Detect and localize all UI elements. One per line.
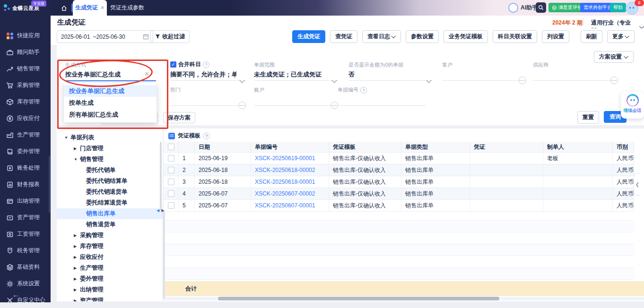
bill-link[interactable]: XSCK-20250618-00002 <box>251 164 329 176</box>
tree-caret-icon[interactable]: ▶ <box>74 277 80 281</box>
row-checkbox[interactable] <box>168 179 174 185</box>
tree-item-16[interactable]: ▶资产管理 <box>57 295 163 301</box>
tree-caret-icon[interactable]: ▶ <box>74 233 80 238</box>
help-icon[interactable]: ? <box>360 87 367 94</box>
sidebar-item-17[interactable]: 自定义中心 <box>0 292 51 308</box>
tree-scrollbar[interactable] <box>160 142 162 210</box>
lookup-icon[interactable]: ⋯ <box>238 102 246 109</box>
tree-item-10[interactable]: ▶采购管理 <box>57 230 163 241</box>
tree-item-6[interactable]: 委托代销退货单 <box>57 187 163 197</box>
scrollbar-thumb[interactable] <box>218 297 499 300</box>
ai-assistant-button[interactable]: AI助手 <box>508 3 538 13</box>
field-department[interactable]: 部门 ⋯ <box>170 86 246 106</box>
action-button-9[interactable]: 更多 <box>607 30 635 43</box>
action-button-2[interactable]: 查凭证 <box>330 30 357 43</box>
period-label[interactable]: 2024年 2 期 <box>552 19 583 27</box>
field-merge-subject[interactable]: ✓ 合并科目 ? 摘要不同，允许合并；单价不同 <box>170 60 246 81</box>
tree-item-9[interactable]: 销售退货单 <box>57 219 163 230</box>
sidebar-item-13[interactable]: 工资管理 <box>0 226 51 242</box>
bill-link[interactable]: XSCK-20250618-00001 <box>251 176 329 188</box>
collapse-filter-button[interactable]: 收起过滤 <box>150 30 190 43</box>
table-header-cell[interactable]: 单据编号 <box>251 142 329 152</box>
sidebar-item-4[interactable]: 采购管理 <box>0 77 51 94</box>
table-header-cell[interactable]: 币别 <box>613 142 634 152</box>
row-checkbox[interactable] <box>168 190 174 197</box>
tab-voucher-params[interactable]: 凭证生成参数 <box>110 0 144 16</box>
table-row[interactable]: 42025-06-07XSCK-20250607-00002销售出库-仅确认收入… <box>164 188 634 200</box>
tree-item-5[interactable]: 委托代销结算单 <box>57 176 163 187</box>
tree-caret-icon[interactable]: ▶ <box>74 255 80 259</box>
tree-item-15[interactable]: ▶出纳管理 <box>57 284 163 295</box>
action-button-4[interactable]: 参数设置 <box>406 30 439 43</box>
tab-close-icon[interactable]: ✕ <box>100 5 104 11</box>
sidebar-item-5[interactable]: 库存管理 <box>0 94 51 110</box>
table-header-cell[interactable]: 单据类型 <box>401 142 470 152</box>
splitter-arrows-icon[interactable]: ◀▶ <box>157 208 164 213</box>
save-scheme-button[interactable]: 保存方案 <box>163 112 195 123</box>
checkbox-checked-icon[interactable]: ✓ <box>170 61 176 68</box>
sidebar-item-16[interactable]: 系统设置 <box>0 275 51 292</box>
action-button-8[interactable]: 刷新 <box>581 30 602 43</box>
row-checkbox[interactable] <box>168 202 174 209</box>
action-button-5[interactable]: 业务凭证模板 <box>444 30 488 43</box>
sidebar-item-3[interactable]: 销售管理 <box>0 60 51 77</box>
action-button-7[interactable]: 列设置 <box>542 30 569 43</box>
sidebar-scrollbar[interactable] <box>49 156 50 213</box>
continue-chat-card[interactable]: 继续会话 <box>621 92 644 119</box>
sidebar-item-11[interactable]: 出纳管理 <box>0 193 51 209</box>
tree-item-14[interactable]: ▶委外管理 <box>57 274 163 284</box>
field-show-zero[interactable]: 是否显示金额为0的单据 否 <box>348 61 433 81</box>
tree-item-1[interactable]: ▼单据列表 <box>57 132 163 143</box>
help-button[interactable]: 帮助 <box>610 3 626 12</box>
action-button-6[interactable]: 科目关联设置 <box>493 30 537 43</box>
sidebar-item-15[interactable]: 基础资料 <box>0 259 51 275</box>
lookup-icon[interactable]: ⋯ <box>519 77 526 84</box>
field-supplier[interactable]: 供应商 ⋯ <box>533 61 618 81</box>
search-button[interactable] <box>536 2 546 13</box>
sidebar-item-14[interactable]: 税务管理 <box>0 242 51 259</box>
reset-button[interactable]: 重置 <box>577 111 599 124</box>
tree-item-13[interactable]: ▶生产管理 <box>57 263 163 274</box>
sidebar-item-10[interactable]: 财务报表 <box>0 176 51 193</box>
row-checkbox[interactable] <box>168 167 174 173</box>
help-icon[interactable]: ? <box>203 61 209 68</box>
tree-item-3[interactable]: ▼销售管理 <box>57 154 163 165</box>
tree-item-12[interactable]: ▶应收应付 <box>57 252 163 263</box>
calendar-icon[interactable] <box>143 34 149 40</box>
tree-item-8[interactable]: 销售出库单 <box>57 208 163 219</box>
dropdown-option-2[interactable]: 按单生成 <box>64 97 157 109</box>
tree-item-2[interactable]: ▶门店管理 <box>57 143 163 154</box>
field-account[interactable]: 账户 ⋯ <box>254 86 338 106</box>
tree-caret-icon[interactable]: ▼ <box>64 136 70 140</box>
tree-caret-icon[interactable]: ▶ <box>74 299 80 301</box>
field-customer[interactable]: 客户 ⋯ <box>442 61 526 81</box>
field-bill-no[interactable]: 单据编号? <box>338 86 426 106</box>
tree-caret-icon[interactable]: ▶ <box>74 266 80 270</box>
collapse-right-handle[interactable]: ❮ <box>634 173 641 196</box>
sidebar-item-6[interactable]: 应收应付 <box>0 110 51 127</box>
action-button-1[interactable]: 生成凭证 <box>292 30 325 43</box>
home-tab[interactable] <box>59 3 69 13</box>
lookup-icon[interactable]: ⋯ <box>610 77 618 84</box>
sidebar-item-7[interactable]: 生产管理 <box>0 127 51 143</box>
tree-item-4[interactable]: 委托代销单 <box>57 165 163 176</box>
tree-caret-icon[interactable]: ▶ <box>74 288 80 292</box>
tree-item-11[interactable]: ▶库存管理 <box>57 241 163 252</box>
tree-item-7[interactable]: 委托结算退货单 <box>57 197 163 208</box>
table-row[interactable]: 12025-06-19XSCK-20250619-00001销售出库-仅确认收入… <box>164 153 634 164</box>
action-button-3[interactable]: 查看日志 <box>362 30 401 43</box>
sidebar-item-2[interactable]: 顾问助手 <box>0 44 51 60</box>
sidebar-item-1[interactable]: 快捷应用 <box>0 27 51 44</box>
help-icon[interactable]: ? <box>203 133 210 139</box>
sidebar-item-9[interactable]: 账务处理 <box>0 160 51 176</box>
dropdown-option-1[interactable]: 按业务单据汇总生成 <box>64 85 157 97</box>
field-bill-scope[interactable]: 单据范围 未生成凭证；已生成凭证 <box>254 61 338 81</box>
table-row[interactable]: 22025-06-18XSCK-20250618-00002销售出库-仅确认收入… <box>164 164 634 176</box>
table-header-cell[interactable]: 日期 <box>195 142 251 152</box>
horizontal-scrollbar[interactable] <box>164 297 644 300</box>
tree-caret-icon[interactable]: ▶ <box>74 244 80 248</box>
bill-link[interactable]: XSCK-20250619-00001 <box>251 153 329 164</box>
date-range-input[interactable]: 2025-06-01 ~2025-06-30 <box>57 30 153 43</box>
row-checkbox[interactable] <box>168 155 174 162</box>
sidebar-item-12[interactable]: 资产管理 <box>0 209 51 226</box>
